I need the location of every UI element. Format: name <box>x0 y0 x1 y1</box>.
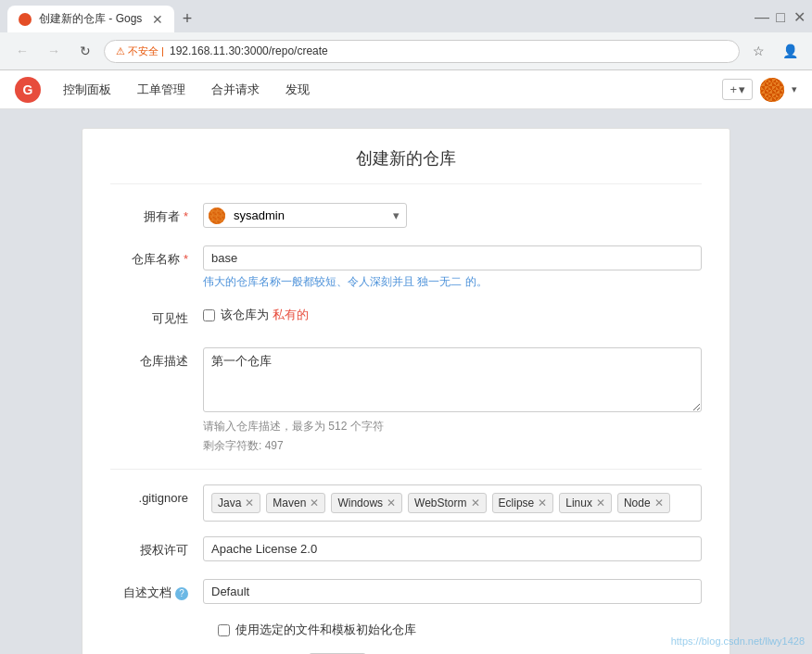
bookmark-button[interactable]: ☆ <box>745 38 771 64</box>
gitignore-content: Java ✕ Maven ✕ Windows ✕ WebStorm <box>203 484 702 522</box>
visibility-label: 可见性 <box>110 305 203 333</box>
tag-linux-close[interactable]: ✕ <box>596 497 605 509</box>
license-input[interactable] <box>203 536 702 561</box>
browser-titlebar: 创建新的仓库 - Gogs ✕ + — □ ✕ <box>0 0 812 32</box>
repo-name-content: 伟大的仓库名称一般都较短、令人深刻并且 独一无二 的。 <box>203 245 702 290</box>
repo-name-group: 仓库名称 伟大的仓库名称一般都较短、令人深刻并且 独一无二 的。 <box>110 245 702 290</box>
readme-help-icon[interactable]: ? <box>175 587 188 600</box>
tab-title: 创建新的仓库 - Gogs <box>39 11 142 27</box>
license-content <box>203 536 702 561</box>
app-nav: G 控制面板 工单管理 合并请求 发现 + ▾ ▾ <box>0 70 812 109</box>
create-button[interactable]: + ▾ <box>722 79 753 100</box>
init-checkbox[interactable] <box>218 624 230 636</box>
section-divider <box>110 469 702 470</box>
repo-name-hint: 伟大的仓库名称一般都较短、令人深刻并且 独一无二 的。 <box>203 274 702 290</box>
close-button[interactable]: ✕ <box>793 12 805 23</box>
address-input[interactable] <box>170 44 728 57</box>
plus-dropdown-icon: ▾ <box>739 82 745 96</box>
readme-group: 自述文档 ? <box>110 579 702 607</box>
tag-node-close[interactable]: ✕ <box>654 497 664 509</box>
visibility-content: 该仓库为 私有的 <box>203 305 702 325</box>
user-avatar-button[interactable] <box>760 78 784 102</box>
address-bar[interactable]: ⚠ 不安全 | <box>104 40 740 63</box>
avatar-dropdown-icon[interactable]: ▾ <box>792 83 797 95</box>
new-tab-button[interactable]: + <box>174 6 200 32</box>
browser-window: 创建新的仓库 - Gogs ✕ + — □ ✕ ← → ↻ ⚠ 不安全 | ☆ … <box>0 0 812 654</box>
browser-toolbar: ← → ↻ ⚠ 不安全 | ☆ 👤 <box>0 32 812 70</box>
tab-close-button[interactable]: ✕ <box>152 12 163 27</box>
tag-eclipse: Eclipse ✕ <box>492 493 554 513</box>
form-title: 创建新的仓库 <box>110 147 702 184</box>
tag-windows: Windows ✕ <box>331 493 402 513</box>
desc-label: 仓库描述 <box>110 347 203 375</box>
tab-favicon <box>19 13 32 26</box>
private-link[interactable]: 私有的 <box>273 308 309 321</box>
init-label[interactable]: 使用选定的文件和模板初始化仓库 <box>235 622 416 638</box>
browser-tab[interactable]: 创建新的仓库 - Gogs ✕ <box>7 6 174 32</box>
visibility-group: 可见性 该仓库为 私有的 <box>110 305 702 333</box>
account-button[interactable]: 👤 <box>777 38 803 64</box>
license-label: 授权许可 <box>110 536 203 564</box>
owner-select-wrapper: sysadmin ▾ <box>203 203 407 228</box>
nav-issues[interactable]: 工单管理 <box>126 70 197 109</box>
private-checkbox[interactable] <box>203 309 215 321</box>
desc-count-hint: 剩余字符数: 497 <box>203 438 702 454</box>
owner-group: 拥有者 sysadmin ▾ <box>110 203 702 231</box>
desc-textarea[interactable]: 第一个仓库 <box>203 347 702 412</box>
tag-linux: Linux ✕ <box>559 493 612 513</box>
gitignore-tag-container[interactable]: Java ✕ Maven ✕ Windows ✕ WebStorm <box>203 484 702 522</box>
nav-right: + ▾ ▾ <box>722 78 797 102</box>
avatar-image <box>760 78 784 102</box>
nav-pulls[interactable]: 合并请求 <box>200 70 271 109</box>
visibility-checkbox-row: 该仓库为 私有的 <box>203 305 702 325</box>
nav-dashboard[interactable]: 控制面板 <box>52 70 122 109</box>
nav-links: 控制面板 工单管理 合并请求 发现 <box>52 70 321 109</box>
gitignore-label: .gitignore <box>110 484 203 512</box>
tag-windows-close[interactable]: ✕ <box>387 497 396 509</box>
init-row: 使用选定的文件和模板初始化仓库 <box>203 622 702 638</box>
desc-hint: 请输入仓库描述，最多为 512 个字符 <box>203 419 702 434</box>
plus-icon: + <box>730 82 737 96</box>
tag-eclipse-close[interactable]: ✕ <box>538 497 547 509</box>
readme-input[interactable] <box>203 579 702 604</box>
owner-select[interactable]: sysadmin <box>203 203 407 228</box>
watermark: https://blog.csdn.net/llwy1428 <box>671 635 805 647</box>
minimize-button[interactable]: — <box>756 12 768 23</box>
owner-content: sysadmin ▾ <box>203 203 702 228</box>
tag-webstorm-close[interactable]: ✕ <box>471 497 480 509</box>
tag-maven-close[interactable]: ✕ <box>310 497 319 509</box>
license-group: 授权许可 <box>110 536 702 564</box>
maximize-button[interactable]: □ <box>775 12 786 23</box>
app-logo[interactable]: G <box>15 77 41 103</box>
security-warning: ⚠ 不安全 | <box>116 44 164 58</box>
back-button[interactable]: ← <box>9 38 35 64</box>
tag-node: Node ✕ <box>617 493 670 513</box>
desc-group: 仓库描述 第一个仓库 请输入仓库描述，最多为 512 个字符 剩余字符数: 49… <box>110 347 702 454</box>
tag-java-close[interactable]: ✕ <box>245 497 254 509</box>
create-repo-form: 创建新的仓库 拥有者 sysadmin ▾ <box>82 128 730 654</box>
gitignore-group: .gitignore Java ✕ Maven ✕ Windows <box>110 484 702 522</box>
desc-content: 第一个仓库 请输入仓库描述，最多为 512 个字符 剩余字符数: 497 <box>203 347 702 454</box>
main-content: 创建新的仓库 拥有者 sysadmin ▾ <box>0 109 812 654</box>
owner-label: 拥有者 <box>110 203 203 231</box>
nav-explore[interactable]: 发现 <box>274 70 321 109</box>
readme-content <box>203 579 702 604</box>
tag-webstorm: WebStorm ✕ <box>408 493 486 513</box>
tag-maven: Maven ✕ <box>266 493 325 513</box>
visibility-checkbox-label[interactable]: 该仓库为 私有的 <box>221 305 309 325</box>
forward-button[interactable]: → <box>41 38 67 64</box>
readme-label: 自述文档 ? <box>110 579 203 607</box>
reload-button[interactable]: ↻ <box>72 38 98 64</box>
repo-name-input[interactable] <box>203 245 702 270</box>
window-controls: — □ ✕ <box>756 12 805 27</box>
repo-name-label: 仓库名称 <box>110 245 203 273</box>
tag-java: Java ✕ <box>211 493 260 513</box>
